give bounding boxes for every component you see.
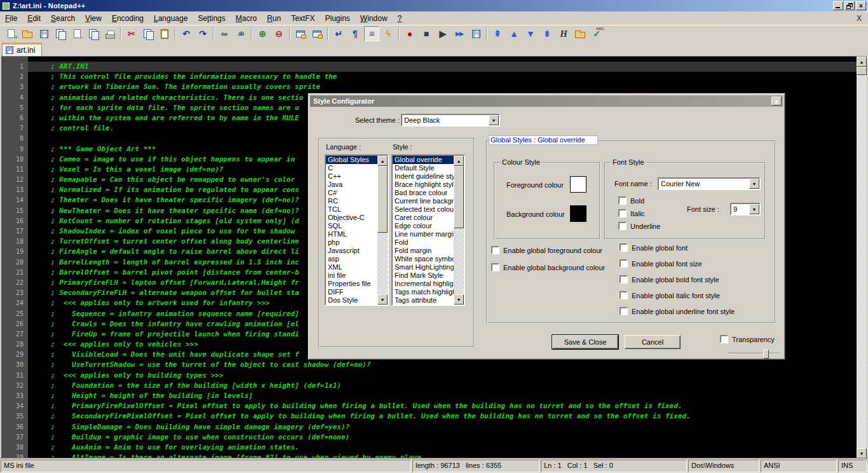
macro-stop-icon[interactable]: ■ xyxy=(419,26,434,41)
new-file-icon[interactable]: + xyxy=(3,26,18,41)
language-item[interactable]: RC xyxy=(326,197,377,205)
html-tidy-icon[interactable]: H xyxy=(556,26,571,41)
menu-settings[interactable]: Settings xyxy=(193,13,230,24)
scrollbar-thumb[interactable] xyxy=(454,166,464,228)
print-icon[interactable] xyxy=(102,26,118,41)
language-item[interactable]: C xyxy=(326,164,377,172)
menu-edit[interactable]: Edit xyxy=(22,13,46,24)
chevron-down-icon[interactable]: ▼ xyxy=(749,179,759,189)
style-item[interactable]: Smart HighLighting xyxy=(393,263,454,271)
show-all-characters-icon[interactable]: ¶ xyxy=(348,26,363,41)
scrollbar-thumb[interactable] xyxy=(857,67,867,75)
transparency-checkbox[interactable] xyxy=(720,335,728,343)
editor-vertical-scrollbar[interactable]: ▲ ▼ xyxy=(857,57,867,458)
foreground-colour-swatch[interactable] xyxy=(570,176,587,193)
open-file-icon[interactable] xyxy=(20,26,35,41)
go-to-end-icon[interactable]: ⇟ xyxy=(539,26,555,41)
function-list-icon[interactable]: ϟ xyxy=(381,26,396,41)
menu-language[interactable]: Language xyxy=(149,13,193,24)
undo-icon[interactable]: ↶ xyxy=(179,26,194,41)
scrollbar-up-arrow[interactable]: ▲ xyxy=(377,156,388,166)
menu-run[interactable]: Run xyxy=(262,13,286,24)
close-document-x[interactable]: X xyxy=(857,14,862,23)
textfx-folder-icon[interactable] xyxy=(573,26,588,41)
style-listbox[interactable]: Global overrideDefault StyleIndent guide… xyxy=(391,154,465,306)
spell-check-icon[interactable]: ✓ABC xyxy=(589,26,604,41)
scrollbar-up-arrow[interactable]: ▲ xyxy=(857,57,867,67)
menu-macro[interactable]: Macro xyxy=(231,13,262,24)
font-size-combobox[interactable]: 9 ▼ xyxy=(730,203,761,216)
save-and-close-button[interactable]: Save & Close xyxy=(552,335,618,349)
menu-window[interactable]: Window xyxy=(355,13,393,24)
language-item[interactable]: Objective-C xyxy=(326,214,377,222)
zoom-in-icon[interactable]: ⊕ xyxy=(255,26,270,41)
zoom-out-icon[interactable]: ⊖ xyxy=(271,26,287,41)
style-item[interactable]: Current line background xyxy=(393,197,454,205)
show-indent-guide-icon[interactable]: ≡ xyxy=(364,26,379,41)
style-item[interactable]: Indent guideline style xyxy=(393,172,454,181)
scrollbar-down-arrow[interactable]: ▼ xyxy=(454,294,464,305)
language-item[interactable]: Dos Style xyxy=(326,296,377,305)
language-item[interactable]: asp xyxy=(326,255,377,263)
find-icon[interactable]: ∞ xyxy=(217,26,232,41)
menu-[interactable]: ? xyxy=(393,13,407,24)
menu-file[interactable]: File xyxy=(0,13,22,24)
style-item[interactable]: Global override xyxy=(393,156,454,164)
scrollbar-down-arrow[interactable]: ▼ xyxy=(377,294,388,305)
language-item[interactable]: HTML xyxy=(326,230,377,238)
paste-icon[interactable] xyxy=(157,26,172,41)
enable-global-underline-font-style-checkbox[interactable] xyxy=(620,307,628,315)
chevron-down-icon[interactable]: ▼ xyxy=(489,115,499,125)
style-item[interactable]: Tags match highlight xyxy=(393,288,454,296)
close-file-icon[interactable]: − xyxy=(69,26,85,41)
scrollbar-down-arrow[interactable]: ▼ xyxy=(857,448,867,458)
enable-global-bold-font-style-checkbox[interactable] xyxy=(620,275,628,284)
save-all-icon[interactable] xyxy=(53,26,68,41)
scroll-up-icon[interactable]: ▲ xyxy=(506,26,522,41)
sync-horizontal-scroll-icon[interactable] xyxy=(309,26,325,41)
style-item[interactable]: Selected text colour xyxy=(393,205,454,214)
style-item[interactable]: Incremental highlight xyxy=(393,280,454,288)
enable-global-font-checkbox[interactable] xyxy=(620,243,628,252)
style-item[interactable]: Find Mark Style xyxy=(393,271,454,280)
enable-global-foreground-colour-checkbox[interactable] xyxy=(491,246,499,254)
menu-view[interactable]: View xyxy=(80,13,107,24)
menu-plugins[interactable]: Plugins xyxy=(320,13,355,24)
language-listbox[interactable]: Global StylesCC++JavaC#RCTCLObjective-CS… xyxy=(325,154,389,306)
style-list-scrollbar[interactable]: ▲ ▼ xyxy=(454,156,464,305)
copy-icon[interactable] xyxy=(140,26,156,41)
transparency-slider-thumb[interactable] xyxy=(763,350,769,359)
language-item[interactable]: Java xyxy=(326,181,377,189)
language-item[interactable]: Global Styles xyxy=(326,156,377,164)
transparency-slider[interactable] xyxy=(728,353,778,354)
style-item[interactable]: Line number margin xyxy=(393,230,454,238)
close-all-icon[interactable]: − xyxy=(86,26,101,41)
underline-checkbox[interactable] xyxy=(618,222,627,230)
style-item[interactable]: Brace highlight style xyxy=(393,181,454,189)
save-icon[interactable] xyxy=(36,26,51,41)
cut-icon[interactable]: ✂ xyxy=(124,26,139,41)
scroll-down-icon[interactable]: ▼ xyxy=(523,26,538,41)
language-item[interactable]: Javascript xyxy=(326,247,377,255)
font-name-combobox[interactable]: Courier New ▼ xyxy=(658,177,761,190)
menu-textfx[interactable]: TextFX xyxy=(286,13,320,24)
language-item[interactable]: SQL xyxy=(326,222,377,230)
scrollbar-up-arrow[interactable]: ▲ xyxy=(454,156,464,166)
tab-art-ini[interactable]: art.ini xyxy=(2,43,42,56)
redo-icon[interactable]: ↷ xyxy=(195,26,210,41)
replace-icon[interactable]: ab xyxy=(233,26,248,41)
cancel-button[interactable]: Cancel xyxy=(625,335,681,349)
close-button[interactable]: × xyxy=(856,1,866,10)
style-item[interactable]: Fold xyxy=(393,238,454,247)
bold-checkbox[interactable] xyxy=(618,196,627,205)
sync-vertical-scroll-icon[interactable] xyxy=(293,26,308,41)
language-item[interactable]: php xyxy=(326,238,377,247)
enable-global-font-size-checkbox[interactable] xyxy=(620,259,628,268)
go-to-start-icon[interactable]: ⇞ xyxy=(490,26,505,41)
word-wrap-icon[interactable]: ↵ xyxy=(331,26,346,41)
chevron-down-icon[interactable]: ▼ xyxy=(749,204,759,214)
macro-play-icon[interactable]: ▶ xyxy=(435,26,451,41)
menu-encoding[interactable]: Encoding xyxy=(107,13,149,24)
enable-global-background-colour-checkbox[interactable] xyxy=(491,263,499,271)
language-list-scrollbar[interactable]: ▲ ▼ xyxy=(377,156,388,305)
